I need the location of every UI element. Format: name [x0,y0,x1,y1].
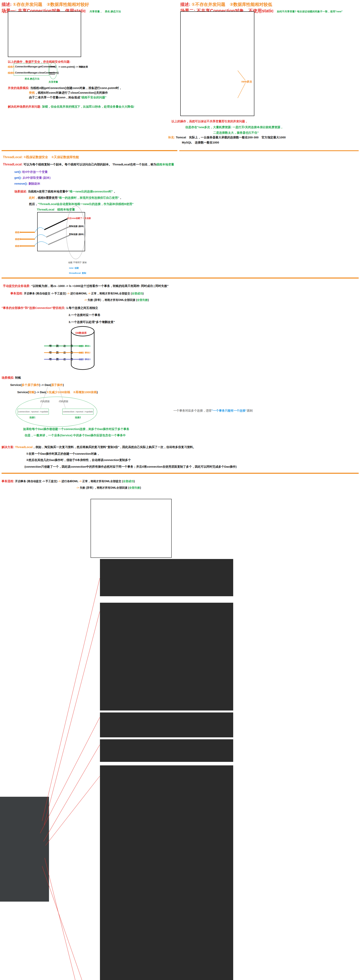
sim-line-2: 突然，线程B对conn对象进行了closeConnection()关闭操作 [29,91,108,95]
flow-f3: 正常，将刚才所有DML全部提交 ( [91,292,132,295]
svc2-e: ) [97,390,98,394]
scene2-label: 场景模拟: [2,376,15,379]
tl-diagram-ellipse [66,206,85,259]
aside-a: 一个事务对应多个连接，违背 [173,409,212,412]
tl-scene-3a: 然后， [29,202,38,205]
flow-f1: 开启事务 (将自动提交 -> 手工提交) [24,292,67,295]
code-account-dao [100,559,233,596]
tl-scene-2a: 此时， [29,196,38,199]
flow2-f3-hl: 全部成功 [123,480,134,483]
flow-arrow-2: -> [88,292,91,295]
sim-hl-3: "线程不安全的问题" [80,95,106,99]
scene2-aside: 一个事务对应多个连接，违背"一个事务只能有一个连接"原则 [173,409,253,412]
solution-text: ，例如，淘宝购买一次复习资料，然后将购买的复习资料"复制3份"，因此虽然自己实际… [33,445,196,449]
flow2-f3-end: ) [134,480,135,483]
supplement-label: 补充: [168,136,176,139]
solve-text: 加锁，但会在高并发的情况下，比如双11秒杀，处理业务量会大大降低! [42,105,134,108]
tl-scene-3b: "ThreadLocal会自动复制本地唯一new出的连接，作为副本供线程B使用" [38,202,133,205]
tl-diagram-title: ThreadLocal 线程本地变量 [37,208,75,212]
tl-scene-2: 此时，线程B需要使用"唯一的连接时，发现并没有连接供它自己使用"， [29,196,122,200]
scene-right-note: 如何不共享变量? 每次保证创建的对象不一致，使用"new" [277,10,343,13]
code-box-static-connectionmanager [8,11,81,57]
flow-f4: 失败 (异常) ，将刚才所有DML全部回滚 ( [87,298,137,301]
flow2-line-1b: -> 失败 (异常) ，将刚才所有DML全部回滚 (全部失败) [76,486,141,490]
warn-left: 以上的操作，数据不安全，存在线程安全性问题: [8,60,71,64]
thread-b-conn: conn [49,72,55,75]
flow-f3-hl: 全部成功 [132,292,143,295]
db-cylinder-body [71,331,94,370]
scene2-conc-1: 如果给每个Dao操作都创建一个connection连接，则多个Dao操作对应于多… [23,427,129,431]
caption-static-method: 类名.静态方法 [25,77,40,81]
sql-console [91,499,172,558]
scene2-box-2: connection ->psmst ->update [62,409,94,415]
flow2-f3: 正常，将刚才所有DML全部提交 ( [82,480,123,483]
tl-scene-1: 场景描述: 当线程A使用了线程本地变量中"唯一new出的连接connection… [14,190,116,194]
sim-text-3: 由于二者共享一个变量conn，则会造成 [29,95,80,99]
flow2-arrow-2: -> [79,480,83,483]
concl-green-1: 但是存在"new多次，大量耗费资源: 一是打开/关闭连接本身比较耗费资源， [185,126,283,129]
caption-shared-var: 共享变量 [49,80,58,84]
tl-scene-label: 场景描述: [14,190,28,193]
tl-remove-text: 删除副本 [29,182,40,185]
manual-line: 手动提交的业务场景: “以转账为例，将zs -1000 -> ls +1000这… [3,284,168,288]
flow2-f4: 失败 (异常) ，将刚才所有DML全部回滚 ( [80,486,129,489]
tl-set: set(): 给tl中存放一个变量 [14,170,48,174]
connector-test1 [42,866,100,980]
svc2-a: Service( [17,390,29,394]
new-note: new多次 [241,80,252,83]
page: 描述: ①存在并发问题 ②数据库性能相对较好 场景一: 共享Connection… [0,0,359,980]
tl-set-label: set(): [14,170,22,173]
solve-label: 解决此种场景的并发问题: [8,105,42,108]
thread-b-label: 线程B: [8,72,15,75]
manual-text: “以转账为例，将zs -1000 -> ls +1000这个过程看作一个事务，转… [31,284,168,288]
tl-scene-1b: "唯一new出的连接connection时" [68,190,113,193]
tl-scene-2c: "唯一的连接时，发现并没有连接供它自己使用" [57,196,119,199]
relation-item-1: 1.每个连接之间互相独立 [66,306,98,310]
tl-get-text: 从tl中获取变量 (副本) [22,176,51,179]
code-account-service [100,739,233,762]
tl-heading-2-tail: 线程本地变量 [156,163,174,166]
flow-f4-hl: 全部失败 [137,298,148,301]
tl-copy-2: 复制连接 (副本) [69,233,84,236]
svc1-b: 多个原子操作 [22,383,39,387]
flow-line-1: 事务流程: 开启事务 (将自动提交 -> 手工提交) -> 进行各种DML ->… [10,292,144,295]
supplement-2: MySQL 连接数一般在1000 [182,141,219,145]
svc1-e: ) [63,383,64,387]
solve-line: 解决此种场景的并发问题: 加锁，但会在高并发的情况下，比如双11秒杀，处理业务量… [8,105,134,108]
scene2-lab-2: 连接2 [75,416,81,419]
flow2-f4-end: ) [140,486,141,489]
connector-threadlocalutil [44,858,100,980]
flow-f2: 进行各种DML [70,292,88,295]
divider-3 [2,473,359,474]
flow2-f1: 开启事务 (将自动提交 -> 手工提交) [15,480,58,483]
relation-item-3: 3.一个连接可以处理"多个增删改查" [68,320,115,324]
tl-cap-1: 创建 不等同于 复制 [68,261,87,264]
sim-text-1: 当线程A刚getConnection()创建conn对象，准备进行conn.ps… [30,86,122,89]
svc2-b: 转账 [29,390,35,394]
svc2-d: ①先减少1000块钱 ②再增加1000块钱 [46,390,97,394]
concl-green-2: 二是连接数太大，服务器也扛不住" [213,131,259,135]
tl-thread-b: 线程B [15,238,21,241]
connector-accountserviceimpl [46,776,100,846]
connector-accountservice [43,745,100,842]
tl-remove: remove(): 删除副本 [14,182,40,186]
connector-accountdaoimpl [44,611,100,825]
db-row-ops-2: 增 删 改 查 [49,351,75,354]
tl-scene-2d: ， [119,196,122,199]
desc-right-text: ①不存在并发问题 ②数据库性能相对较低 [191,2,272,7]
thread-a-label: 线程A: [8,65,15,68]
flow-label: 事务流程: [10,292,24,295]
flow2-f4-hl: 全部失败 [129,486,140,489]
supplement-text-1: Tomcat 实际上，一台服务器最大承载的连接数一般在200-300 官方指定最… [176,136,286,139]
code-account-service-impl [100,765,233,980]
flow-f4-end: ) [148,298,149,301]
flow2-arrow-1: -> [58,480,62,483]
relation-item-2: 2.一个连接对应一个事务 [68,313,100,317]
db-row-label-3: 连接3 事务3 [79,358,91,361]
manual-label: 手动提交的业务场景: [3,284,31,288]
desc-left-text: ①存在并发问题 ②数据库性能相对较好 [13,2,89,7]
tl-copy-1: 复制连接 (副本) [69,225,84,228]
tl-cap-3: threadlocal: 复制 [69,272,86,275]
flow-line-1b: -> 失败 (异常) ，将刚才所有DML全部回滚 (全部失败) [84,298,149,302]
tl-heading-2: ThreadLocal: 可以为每个线程复制一个副本。每个线程可以访问自己内部的… [3,163,174,166]
